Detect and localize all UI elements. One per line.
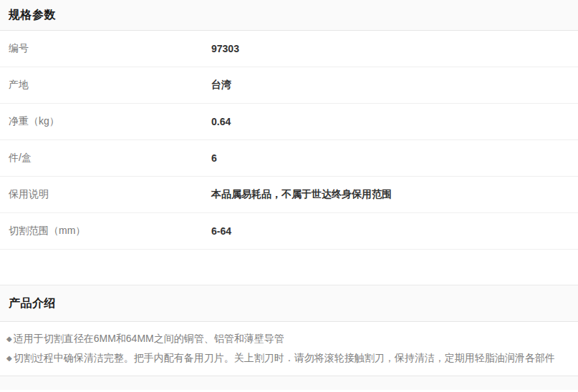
intro-bullet-text: 适用于切割直径在6MM和64MM之间的铜管、铝管和薄壁导管 [14, 329, 569, 348]
intro-section-header: 产品介绍 [0, 285, 578, 322]
spec-label: 保用说明 [9, 188, 211, 201]
spec-label: 净重（kg） [9, 115, 211, 128]
spec-value: 0.64 [211, 116, 231, 127]
spec-label: 编号 [9, 42, 211, 55]
diamond-bullet-icon: ◆ [6, 329, 12, 348]
spec-label: 切割范围（mm） [9, 225, 211, 237]
intro-body: ◆ 适用于切割直径在6MM和64MM之间的铜管、铝管和薄壁导管 ◆ 切割过程中确… [0, 322, 578, 376]
spec-table-bottom-spacer [0, 250, 578, 285]
spec-value: 6-64 [211, 225, 231, 237]
spec-row-cutting-range: 切割范围（mm） 6-64 [0, 213, 578, 250]
specs-section-title: 规格参数 [9, 8, 56, 23]
diamond-bullet-icon: ◆ [6, 348, 12, 368]
next-section-strip [0, 376, 578, 390]
spec-row-origin: 产地 台湾 [0, 67, 578, 104]
spec-table: 编号 97303 产地 台湾 净重（kg） 0.64 件/盒 6 保用说明 本品… [0, 31, 578, 250]
spec-value: 本品属易耗品，不属于世达终身保用范围 [211, 188, 392, 201]
spec-value: 台湾 [211, 79, 231, 92]
intro-section-title: 产品介绍 [9, 296, 56, 311]
spec-label: 件/盒 [9, 152, 211, 165]
spec-row-item-number: 编号 97303 [0, 31, 578, 67]
spec-row-warranty-note: 保用说明 本品属易耗品，不属于世达终身保用范围 [0, 177, 578, 213]
specs-section-header: 规格参数 [0, 0, 578, 31]
spec-value: 6 [211, 152, 217, 164]
intro-bullet-line: ◆ 切割过程中确保清洁完整。把手内配有备用刀片。关上割刀时．请勿将滚轮接触割刀，… [6, 348, 569, 368]
spec-row-net-weight: 净重（kg） 0.64 [0, 104, 578, 140]
spec-label: 产地 [9, 79, 211, 92]
spec-value: 97303 [211, 43, 239, 54]
spec-row-pieces-per-box: 件/盒 6 [0, 140, 578, 177]
intro-bullet-line: ◆ 适用于切割直径在6MM和64MM之间的铜管、铝管和薄壁导管 [6, 329, 569, 348]
intro-bullet-text: 切割过程中确保清洁完整。把手内配有备用刀片。关上割刀时．请勿将滚轮接触割刀，保持… [14, 348, 569, 368]
